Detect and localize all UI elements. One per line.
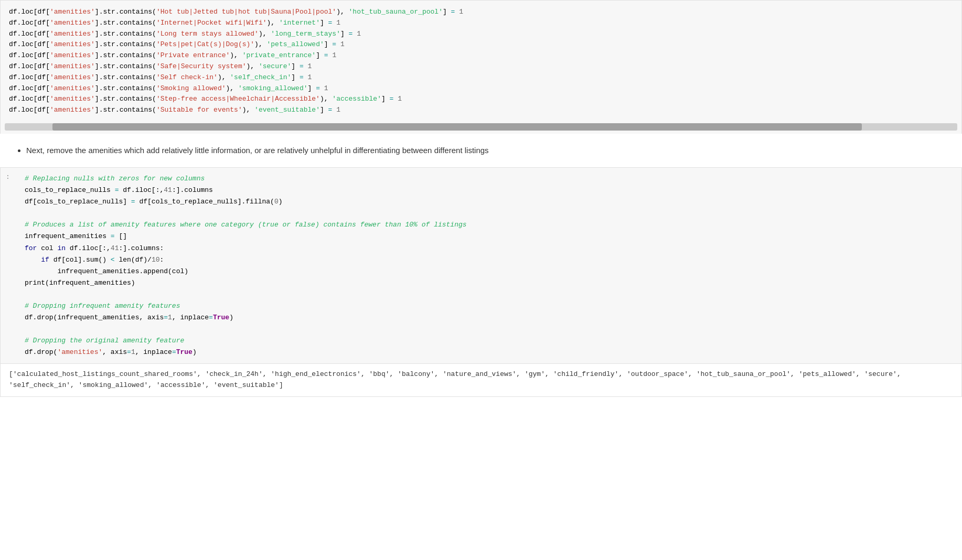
notebook-container: df.loc[df['amenities'].str.contains('Hot…	[0, 0, 962, 397]
cell-marker: :	[1, 168, 16, 186]
code-cell-bottom: : # Replacing nulls with zeros for new c…	[0, 167, 962, 397]
bullet-item: Next, remove the amenities which add rel…	[26, 144, 946, 157]
scrollbar-thumb	[52, 123, 862, 131]
output-block: ['calculated_host_listings_count_shared_…	[1, 363, 961, 396]
bullet-section: Next, remove the amenities which add rel…	[0, 134, 962, 167]
horizontal-scrollbar[interactable]	[5, 123, 957, 131]
code-block-top: df.loc[df['amenities'].str.contains('Hot…	[1, 1, 961, 122]
code-cell-top: df.loc[df['amenities'].str.contains('Hot…	[0, 0, 962, 134]
code-block-bottom: # Replacing nulls with zeros for new col…	[16, 168, 961, 364]
